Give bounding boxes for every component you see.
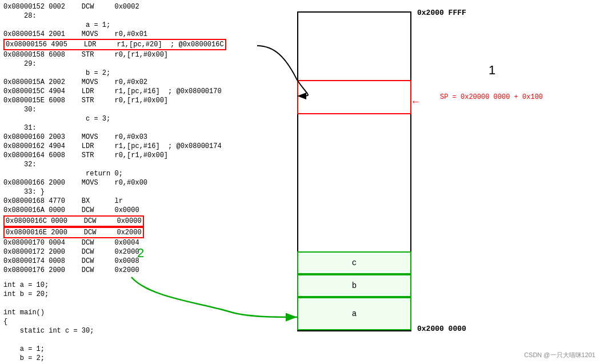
memory-cell-c: c	[297, 251, 411, 274]
asm-line: 0x08000154 2001 MOVS r0,#0x01	[3, 30, 259, 39]
src-code-line: static int c = 30;	[3, 326, 259, 335]
source-block: int a = 10; int b = 20; int main() { sta…	[3, 281, 259, 364]
cell-b-label: b	[352, 281, 357, 290]
memory-bottom-label: 0x2000 0000	[417, 325, 466, 333]
asm-line-red2b: 0x0800016E 2000 DCW 0x2000	[3, 227, 144, 238]
asm-label: 29:	[3, 59, 259, 69]
label-2: 2	[137, 246, 144, 261]
diagram-label-1: 1	[489, 63, 495, 78]
src-line: return 0;	[3, 169, 259, 178]
asm-line: 0x08000152 0002 DCW 0x0002	[3, 2, 259, 11]
asm-label: 33: }	[3, 187, 259, 197]
memory-top-label: 0x2000 FFFF	[417, 9, 466, 17]
memory-cell-a: a	[297, 297, 411, 330]
asm-line-red2a: 0x0800016C 0000 DCW 0x0000	[3, 215, 144, 227]
asm-line: 0x08000170 0004 DCW 0x0004	[3, 238, 259, 247]
asm-line: 0x08000168 4770 BX lr	[3, 197, 259, 206]
src-code-line: b = 2;	[3, 354, 259, 363]
asm-line: 0x0800016A 0000 DCW 0x0000	[3, 206, 259, 215]
src-code-line: int a = 10;	[3, 281, 259, 290]
src-code-line: int main()	[3, 308, 259, 317]
asm-label: 32:	[3, 160, 259, 169]
asm-label: 31:	[3, 123, 259, 133]
src-code-line: a = 1;	[3, 345, 259, 354]
asm-line: 0x08000172 2000 DCW 0x2000	[3, 247, 259, 257]
cell-a-label: a	[352, 309, 357, 318]
src-code-line	[3, 335, 259, 345]
asm-line: 0x0800015E 6008 STR r0,[r1,#0x00]	[3, 96, 259, 105]
cell-c-label: c	[352, 258, 357, 267]
asm-line: 0x08000176 2000 DCW 0x2000	[3, 266, 259, 275]
asm-line: 0x0800015C 4904 LDR r1,[pc,#16] ; @0x080…	[3, 87, 259, 96]
asm-line: 0x08000162 4904 LDR r1,[pc,#16] ; @0x080…	[3, 142, 259, 151]
asm-line: 0x08000164 6008 STR r0,[r1,#0x00]	[3, 151, 259, 160]
src-line: a = 1;	[3, 21, 259, 30]
asm-label: 30:	[3, 105, 259, 114]
asm-line: 0x08000166 2000 MOVS r0,#0x00	[3, 178, 259, 187]
src-line: b = 2;	[3, 69, 259, 78]
asm-line: 0x0800015A 2002 MOVS r0,#0x02	[3, 78, 259, 87]
src-code-line: int b = 20;	[3, 290, 259, 299]
src-code-line	[3, 299, 259, 308]
watermark: CSDN @一只大喵咪1201	[524, 351, 595, 359]
asm-line: 0x08000160 2003 MOVS r0,#0x03	[3, 133, 259, 142]
asm-label: 28:	[3, 11, 259, 21]
memory-red-section	[297, 80, 411, 114]
asm-line: 0x08000158 6008 STR r0,[r1,#0x00]	[3, 50, 259, 59]
sp-label: SP = 0x20000 0000 + 0x100	[440, 93, 543, 101]
sp-arrow-icon: ←	[413, 96, 419, 107]
src-code-line: {	[3, 317, 259, 326]
code-panel: 0x08000152 0002 DCW 0x0002 28: a = 1; 0x…	[0, 0, 263, 364]
diagram-panel: c b a 0x2000 FFFF 0x2000 0000 ← SP = 0x2…	[263, 0, 600, 364]
src-line: c = 3;	[3, 114, 259, 123]
asm-line-red: 0x08000156 4905 LDR r1,[pc,#20] ; @0x080…	[3, 39, 226, 50]
memory-cell-b: b	[297, 274, 411, 297]
asm-line: 0x08000174 0008 DCW 0x0008	[3, 257, 259, 266]
